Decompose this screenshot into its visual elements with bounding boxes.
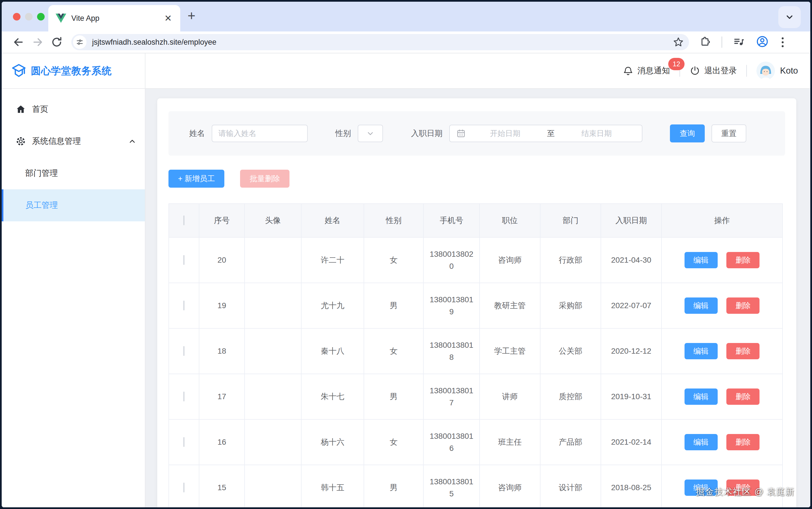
row-checkbox[interactable]	[183, 255, 184, 265]
search-button[interactable]: 查询	[670, 125, 705, 142]
url-text: jsjtswfniadh.sealoshzh.site/employee	[92, 38, 673, 47]
position-cell: 咨询师	[480, 465, 540, 507]
hire-date-cell: 2019-10-31	[601, 374, 662, 419]
edit-button[interactable]: 编辑	[684, 388, 718, 405]
reset-button[interactable]: 重置	[711, 125, 746, 142]
address-bar[interactable]: jsjtswfniadh.sealoshzh.site/employee	[71, 34, 689, 50]
row-checkbox[interactable]	[183, 346, 184, 356]
sidebar-item-employee-mgmt[interactable]: 员工管理	[2, 189, 145, 222]
notifications-label: 消息通知	[637, 65, 670, 76]
department-cell: 采购部	[540, 283, 601, 328]
close-window-button[interactable]	[13, 13, 21, 21]
column-header: 职位	[480, 204, 540, 237]
phone-cell: 13800138019	[423, 283, 480, 328]
row-checkbox[interactable]	[183, 392, 184, 401]
gender-filter-select[interactable]	[358, 125, 383, 142]
user-avatar[interactable]	[756, 62, 775, 80]
username: Koto	[780, 66, 798, 76]
edit-button[interactable]: 编辑	[684, 298, 718, 314]
hire-date-cell: 2021-02-14	[601, 419, 662, 465]
zoom-window-button[interactable]	[37, 13, 45, 21]
calendar-icon	[456, 128, 466, 138]
new-tab-button[interactable]: +	[187, 8, 196, 23]
delete-button[interactable]: 删除	[727, 388, 760, 405]
edit-button[interactable]: 编辑	[684, 343, 718, 359]
batch-delete-button[interactable]: 批量删除	[240, 170, 289, 188]
browser-tab[interactable]: Vite App ✕	[48, 5, 180, 31]
hire-date-cell: 2022-07-07	[601, 283, 662, 328]
column-header: 姓名	[301, 204, 364, 237]
table-body: 20 许二十 女 13800138020 咨询师 行政部 2021-04-30 …	[169, 237, 782, 507]
delete-button[interactable]: 删除	[727, 434, 760, 450]
column-header: 头像	[245, 204, 301, 237]
phone-cell: 13800138016	[423, 419, 480, 465]
row-checkbox[interactable]	[183, 301, 184, 310]
serial-cell: 16	[199, 419, 245, 465]
date-range-separator: 至	[544, 128, 558, 138]
start-date-placeholder[interactable]: 开始日期	[466, 128, 544, 138]
row-select-cell	[169, 328, 199, 374]
delete-button[interactable]: 删除	[727, 298, 760, 314]
notifications-button[interactable]: 消息通知 12	[623, 65, 670, 76]
reload-icon[interactable]	[50, 36, 63, 48]
end-date-placeholder[interactable]: 结束日期	[558, 128, 636, 138]
graduation-cap-icon	[11, 63, 26, 78]
hire-date-range-picker[interactable]: 开始日期 至 结束日期	[449, 125, 642, 142]
browser-profile-icon[interactable]	[756, 35, 769, 49]
column-header: 操作	[662, 204, 782, 237]
row-actions-cell: 编辑 删除	[662, 283, 782, 328]
sidebar-item-department-mgmt[interactable]: 部门管理	[2, 157, 145, 189]
back-icon[interactable]	[12, 36, 25, 48]
row-checkbox[interactable]	[183, 483, 184, 493]
minimize-window-button[interactable]	[25, 13, 33, 21]
department-cell: 产品部	[540, 419, 601, 465]
sidebar-item-label: 员工管理	[25, 200, 58, 211]
notifications-badge: 12	[668, 58, 684, 70]
column-header: 性别	[364, 204, 423, 237]
avatar-cell	[245, 465, 301, 507]
edit-button[interactable]: 编辑	[684, 252, 718, 268]
table-row: 15 韩十五 男 13800138015 咨询师 设计部 2018-08-25 …	[169, 465, 782, 507]
row-select-cell	[169, 283, 199, 328]
edit-button[interactable]: 编辑	[684, 434, 718, 450]
select-all-checkbox[interactable]	[183, 215, 184, 225]
delete-button[interactable]: 删除	[727, 252, 760, 268]
row-checkbox[interactable]	[183, 437, 184, 447]
main-area: 姓名 性别 入职日期 开始日期 至 结束	[145, 89, 810, 507]
phone-cell: 13800138017	[423, 374, 480, 419]
position-cell: 讲师	[480, 374, 540, 419]
sidebar-menu: 首页 系统信息管理 部门管理 员工管理	[2, 89, 145, 507]
app-logo: 圆心学堂教务系统	[2, 54, 145, 89]
delete-button[interactable]: 删除	[727, 343, 760, 359]
sidebar-item-home[interactable]: 首页	[2, 93, 145, 125]
serial-cell: 17	[199, 374, 245, 419]
position-cell: 教研主管	[480, 283, 540, 328]
bell-icon	[623, 65, 633, 76]
app-shell: 圆心学堂教务系统 首页 系统信息管理	[2, 54, 810, 507]
forward-icon[interactable]	[31, 36, 44, 48]
tab-close-icon[interactable]: ✕	[163, 13, 173, 24]
serial-cell: 18	[199, 328, 245, 374]
name-cell: 许二十	[301, 237, 364, 283]
media-controls-icon[interactable]	[733, 35, 745, 49]
vue-logo-icon	[56, 13, 66, 23]
content-column: 消息通知 12 退出登录 Koto	[145, 54, 810, 507]
tab-search-button[interactable]	[778, 6, 801, 28]
department-cell: 质控部	[540, 374, 601, 419]
bookmark-star-icon[interactable]	[673, 36, 684, 48]
site-settings-icon[interactable]	[73, 35, 86, 49]
name-cell: 秦十八	[301, 328, 364, 374]
column-header: 序号	[199, 204, 245, 237]
header-divider	[746, 65, 747, 77]
add-employee-button[interactable]: + 新增员工	[169, 170, 224, 188]
sidebar-item-system-info[interactable]: 系统信息管理	[2, 125, 145, 157]
hire-date-cell: 2020-12-12	[601, 328, 662, 374]
column-header: 入职日期	[601, 204, 662, 237]
browser-menu-icon[interactable]	[779, 37, 786, 47]
table-actions: + 新增员工 批量删除	[169, 170, 785, 188]
gender-cell: 男	[364, 283, 423, 328]
name-filter-input[interactable]	[212, 125, 308, 142]
extensions-icon[interactable]	[699, 36, 711, 48]
logout-label: 退出登录	[704, 65, 737, 76]
logout-button[interactable]: 退出登录	[690, 65, 737, 76]
